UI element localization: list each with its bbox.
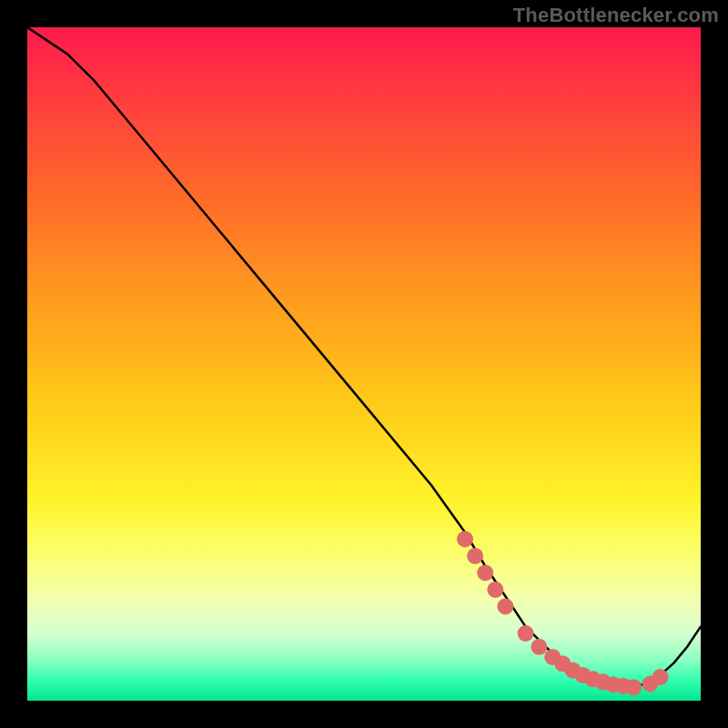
marker-group	[457, 531, 669, 695]
marker-dot	[467, 548, 483, 564]
marker-dot	[531, 639, 547, 655]
marker-dot	[652, 669, 669, 685]
marker-dot	[487, 581, 503, 598]
marker-dot	[457, 531, 473, 547]
curve-layer	[27, 27, 701, 701]
attribution-label: TheBottlenecker.com	[513, 4, 719, 27]
plot-area	[27, 27, 701, 701]
bottleneck-curve	[27, 27, 701, 687]
marker-dot	[518, 625, 534, 642]
marker-dot	[625, 679, 642, 695]
marker-dot	[477, 564, 493, 581]
chart-container: TheBottlenecker.com	[0, 0, 728, 728]
marker-dot	[497, 598, 513, 614]
